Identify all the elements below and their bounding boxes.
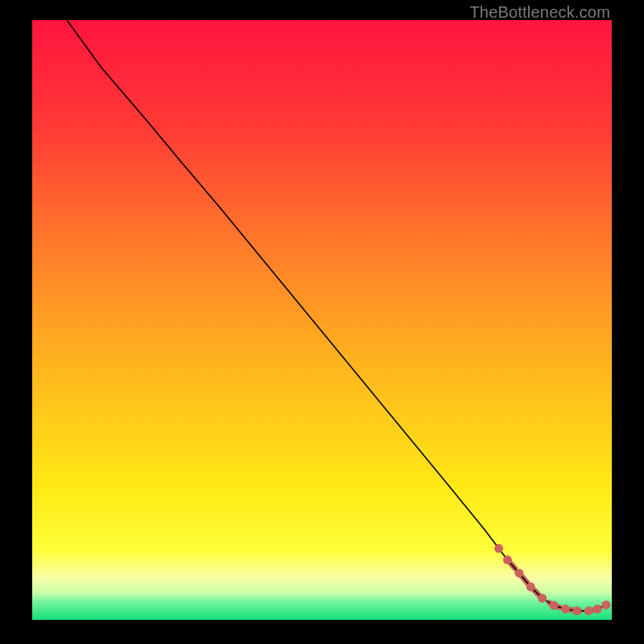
marker-dot (601, 601, 610, 609)
marker-dot (538, 594, 547, 603)
bottleneck-curve (67, 20, 606, 611)
curve-markers (494, 544, 610, 615)
marker-dot (550, 601, 559, 610)
marker-dot (561, 605, 570, 613)
watermark-label: TheBottleneck.com (469, 3, 610, 22)
chart-stage: TheBottleneck.com (0, 0, 644, 644)
marker-dot (494, 544, 503, 553)
plot-area (32, 20, 612, 620)
marker-dot (584, 606, 593, 615)
marker-dot (514, 568, 523, 577)
marker-dot (503, 555, 512, 564)
marker-dot (593, 605, 602, 613)
marker-dot (526, 583, 535, 592)
chart-overlay (32, 20, 612, 620)
marker-dot (572, 606, 581, 615)
